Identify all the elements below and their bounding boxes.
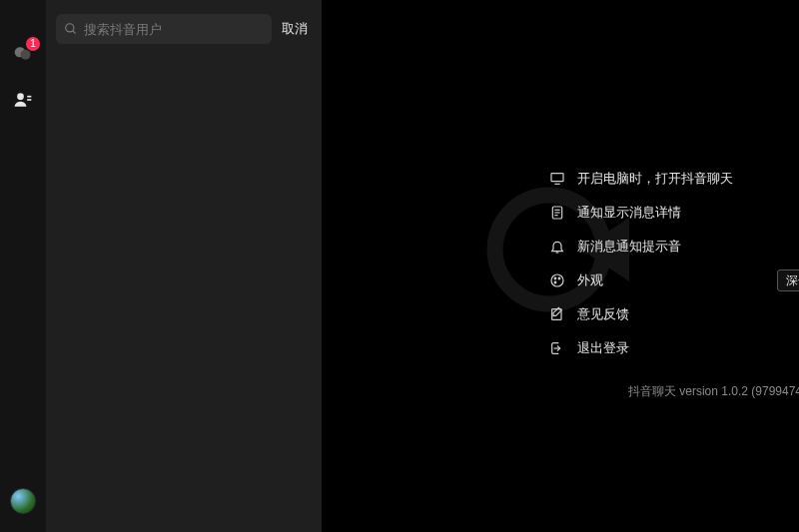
setting-label: 通知显示消息详情 — [577, 204, 799, 222]
document-icon — [547, 205, 567, 221]
setting-label: 新消息通知提示音 — [577, 238, 799, 256]
logout-icon — [547, 340, 567, 356]
setting-label: 开启电脑时，打开抖音聊天 — [577, 170, 799, 188]
setting-notification-detail: 通知显示消息详情 — [547, 196, 799, 230]
settings-dialog: 开启电脑时，打开抖音聊天 通知显示消息详情 新消息通知提示音 外观 深色 — [547, 134, 799, 400]
chat-unread-badge: 1 — [26, 37, 40, 51]
version-label: 抖音聊天 version 1.0.2 (9799474) — [547, 383, 799, 400]
svg-point-23 — [554, 277, 556, 279]
sidebar-rail: 1 — [0, 0, 46, 532]
setting-label: 外观 — [577, 271, 777, 289]
svg-line-9 — [73, 31, 76, 34]
edit-icon — [547, 306, 567, 322]
user-avatar[interactable] — [10, 488, 36, 514]
svg-point-22 — [551, 274, 563, 286]
setting-logout[interactable]: 退出登录 — [547, 331, 799, 365]
setting-launch-on-startup: 开启电脑时，打开抖音聊天 — [547, 162, 799, 196]
setting-label: 意见反馈 — [577, 305, 799, 323]
monitor-icon — [547, 171, 567, 187]
main-area: 开启电脑时，打开抖音聊天 通知显示消息详情 新消息通知提示音 外观 深色 — [322, 0, 799, 532]
rail-chat-icon[interactable]: 1 — [11, 42, 35, 66]
search-input[interactable] — [84, 22, 264, 37]
setting-notification-sound: 新消息通知提示音 — [547, 230, 799, 264]
appearance-select[interactable]: 深色 — [777, 269, 799, 291]
setting-label: 退出登录 — [577, 339, 799, 357]
svg-point-4 — [21, 50, 31, 60]
palette-icon — [547, 272, 567, 288]
setting-appearance: 外观 深色 — [547, 264, 799, 297]
conversation-list-panel: 取消 — [46, 0, 322, 532]
search-cancel-button[interactable]: 取消 — [282, 20, 312, 38]
search-icon — [64, 22, 78, 36]
bell-icon — [547, 239, 567, 255]
rail-contacts-icon[interactable] — [11, 88, 35, 112]
setting-feedback[interactable]: 意见反馈 — [547, 297, 799, 331]
search-box[interactable] — [56, 14, 272, 44]
svg-point-8 — [66, 24, 74, 32]
svg-point-24 — [558, 277, 560, 279]
svg-rect-15 — [551, 174, 563, 182]
svg-point-5 — [17, 93, 24, 100]
svg-point-25 — [554, 281, 556, 283]
